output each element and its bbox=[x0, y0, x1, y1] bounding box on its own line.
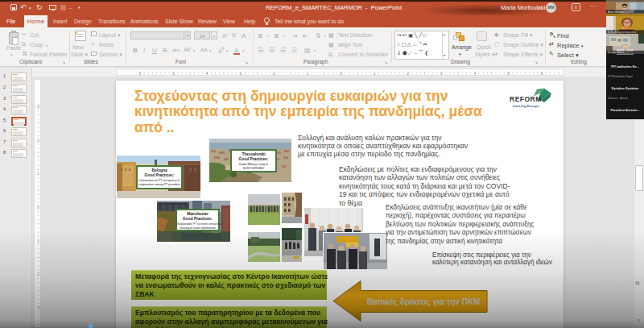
svg-text:Interreg Europe: Interreg Europe bbox=[513, 104, 539, 108]
svg-text:0: 0 bbox=[37, 206, 39, 210]
svg-text:Kostas Martis: Kostas Martis bbox=[608, 51, 625, 54]
svg-text:1: 1 bbox=[374, 72, 376, 76]
svg-text:Anna Schäwel 13378: Anna Schäwel 13378 bbox=[608, 10, 634, 14]
svg-text:1: 1 bbox=[37, 172, 39, 176]
svg-text:6: 6 bbox=[541, 72, 543, 76]
svg-text:KIT/Stadtlabor Tegut: KIT/Stadtlabor Tegut bbox=[608, 75, 633, 78]
svg-text:PIT badisches Ke...: PIT badisches Ke... bbox=[611, 65, 639, 69]
svg-text:Βασικές δράσεις για την ΠΚΜ: Βασικές δράσεις για την ΠΚΜ bbox=[367, 297, 481, 307]
svg-text:0: 0 bbox=[340, 72, 342, 76]
svg-text:2: 2 bbox=[273, 72, 275, 76]
svg-text:Paraskevi Antonio...: Paraskevi Antonio... bbox=[610, 109, 639, 112]
svg-text:2: 2 bbox=[37, 139, 39, 143]
svg-text:2: 2 bbox=[407, 72, 409, 76]
svg-text:3: 3 bbox=[440, 72, 443, 76]
svg-text:Sofia Anagnostopoulou: Sofia Anagnostopoulou bbox=[608, 31, 636, 34]
svg-text:1: 1 bbox=[307, 72, 309, 76]
svg-text:6: 6 bbox=[139, 72, 142, 76]
svg-text:3: 3 bbox=[37, 306, 39, 310]
svg-text:4: 4 bbox=[474, 72, 477, 76]
svg-text:4: 4 bbox=[206, 72, 208, 76]
svg-text:REFORM: REFORM bbox=[510, 95, 542, 103]
svg-text:2: 2 bbox=[37, 272, 39, 276]
svg-text:3: 3 bbox=[239, 72, 242, 76]
svg-text:5: 5 bbox=[507, 72, 510, 76]
svg-text:5: 5 bbox=[172, 72, 175, 76]
svg-text:1: 1 bbox=[37, 239, 39, 243]
svg-text:Kyriakos Kyriakou: Kyriakos Kyriakou bbox=[612, 87, 639, 90]
svg-text:Kostas L. Amoro: Kostas L. Amoro bbox=[608, 97, 628, 100]
svg-text:3: 3 bbox=[37, 105, 39, 109]
